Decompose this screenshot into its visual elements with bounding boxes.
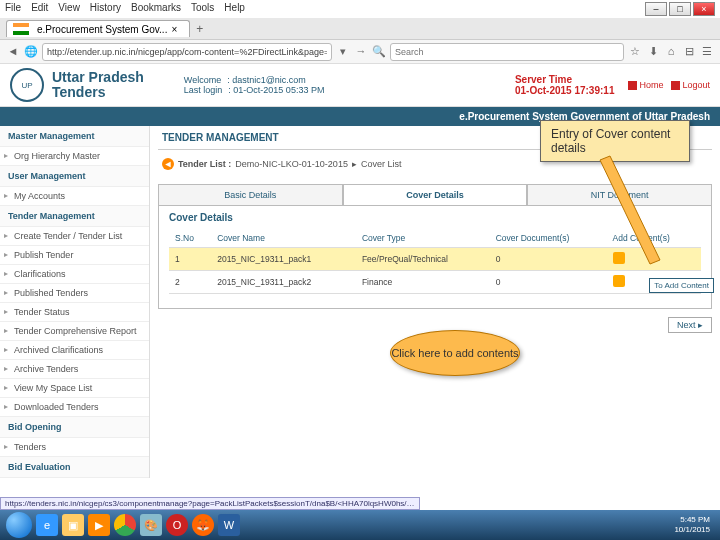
dropdown-icon[interactable]: ▾ [336, 45, 350, 59]
home-icon[interactable]: ⌂ [664, 45, 678, 59]
logout-link[interactable]: Logout [671, 80, 710, 90]
add-content-tooltip: To Add Content [649, 278, 714, 293]
site-header: UP Uttar Pradesh Tenders Welcome: dastni… [0, 64, 720, 107]
browser-tab[interactable]: e.Procurement System Gov... × [6, 20, 190, 37]
save-icon[interactable]: ⊟ [682, 45, 696, 59]
explorer-icon[interactable]: ▣ [62, 514, 84, 536]
sidebar-item-archive-tenders[interactable]: Archive Tenders [0, 360, 149, 379]
add-content-icon[interactable] [613, 252, 625, 264]
sidebar-item-org-hierarchy[interactable]: Org Hierarchy Master [0, 147, 149, 166]
url-input[interactable] [42, 43, 332, 61]
status-bar-url: https://tenders.nic.in/nicgep/cs3/compon… [0, 497, 420, 510]
tab-close-icon[interactable]: × [171, 24, 177, 35]
sidebar-item-published-tenders[interactable]: Published Tenders [0, 284, 149, 303]
paint-icon[interactable]: 🎨 [140, 514, 162, 536]
sidebar-item-my-space[interactable]: View My Space List [0, 379, 149, 398]
sidebar-item-create-tender[interactable]: Create Tender / Tender List [0, 227, 149, 246]
th-sno: S.No [169, 229, 211, 248]
th-cover-type: Cover Type [356, 229, 490, 248]
maximize-button[interactable]: □ [669, 2, 691, 16]
tab-basic-details[interactable]: Basic Details [158, 184, 343, 205]
search-input[interactable] [390, 43, 624, 61]
next-button[interactable]: Next ▸ [668, 317, 712, 333]
back-circle-icon[interactable]: ◄ [162, 158, 174, 170]
menu-icon[interactable]: ☰ [700, 45, 714, 59]
panel-title: Cover Details [169, 212, 701, 223]
annotation-entry-cover: Entry of Cover content details [540, 120, 690, 162]
search-icon: 🔍 [372, 45, 386, 59]
browser-menubar: File Edit View History Bookmarks Tools H… [5, 2, 245, 13]
menu-file[interactable]: File [5, 2, 21, 13]
annotation-click-here: Click here to add contents [390, 330, 520, 376]
browser-tabbar: e.Procurement System Gov... × + [0, 18, 720, 40]
table-row: 2 2015_NIC_19311_pack2 Finance 0 [169, 271, 701, 294]
opera-icon[interactable]: O [166, 514, 188, 536]
inner-tabs: Basic Details Cover Details NIT Document [158, 184, 712, 206]
sidebar-item-comprehensive-report[interactable]: Tender Comprehensive Report [0, 322, 149, 341]
sidebar-group-bid-opening: Bid Opening [0, 417, 149, 438]
table-row: 1 2015_NIC_19311_pack1 Fee/PreQual/Techn… [169, 248, 701, 271]
word-icon[interactable]: W [218, 514, 240, 536]
india-flag-icon [13, 23, 29, 35]
go-icon[interactable]: → [354, 45, 368, 59]
server-time: Server Time 01-Oct-2015 17:39:11 [515, 74, 615, 96]
sidebar-group-master: Master Management [0, 126, 149, 147]
browser-toolbar: ◄ 🌐 ▾ → 🔍 ☆ ⬇ ⌂ ⊟ ☰ [0, 40, 720, 64]
sidebar-item-downloaded[interactable]: Downloaded Tenders [0, 398, 149, 417]
minimize-button[interactable]: – [645, 2, 667, 16]
sidebar-item-archived-clarifications[interactable]: Archived Clarifications [0, 341, 149, 360]
close-button[interactable]: × [693, 2, 715, 16]
ie-icon[interactable]: e [36, 514, 58, 536]
cover-table: S.No Cover Name Cover Type Cover Documen… [169, 229, 701, 294]
menu-bookmarks[interactable]: Bookmarks [131, 2, 181, 13]
chrome-icon[interactable] [114, 514, 136, 536]
sidebar-item-clarifications[interactable]: Clarifications [0, 265, 149, 284]
menu-edit[interactable]: Edit [31, 2, 48, 13]
sidebar: Master Management Org Hierarchy Master U… [0, 126, 150, 478]
th-add-contents: Add Content(s) [607, 229, 701, 248]
th-cover-docs: Cover Document(s) [490, 229, 607, 248]
sidebar-item-my-accounts[interactable]: My Accounts [0, 187, 149, 206]
tab-cover-details[interactable]: Cover Details [343, 184, 528, 205]
site-title: Uttar Pradesh Tenders [52, 70, 144, 101]
taskbar: e ▣ ▶ 🎨 O 🦊 W 5:45 PM 10/1/2015 [0, 510, 720, 540]
sidebar-item-publish-tender[interactable]: Publish Tender [0, 246, 149, 265]
menu-history[interactable]: History [90, 2, 121, 13]
firefox-icon[interactable]: 🦊 [192, 514, 214, 536]
home-link[interactable]: Home [628, 80, 663, 90]
tab-title: e.Procurement System Gov... [37, 24, 167, 35]
globe-icon: 🌐 [24, 45, 38, 59]
cover-details-panel: Cover Details S.No Cover Name Cover Type… [158, 206, 712, 309]
download-icon[interactable]: ⬇ [646, 45, 660, 59]
sidebar-group-user: User Management [0, 166, 149, 187]
star-icon[interactable]: ☆ [628, 45, 642, 59]
sidebar-group-tender: Tender Management [0, 206, 149, 227]
menu-tools[interactable]: Tools [191, 2, 214, 13]
sidebar-group-bid-eval: Bid Evaluation [0, 457, 149, 478]
sidebar-item-tenders[interactable]: Tenders [0, 438, 149, 457]
back-icon[interactable]: ◄ [6, 45, 20, 59]
welcome-block: Welcome: dastnic1@nic.com Last login: 01… [184, 75, 325, 95]
menu-help[interactable]: Help [224, 2, 245, 13]
new-tab-button[interactable]: + [196, 22, 203, 36]
add-content-icon[interactable] [613, 275, 625, 287]
tab-nit-document[interactable]: NIT Document [527, 184, 712, 205]
th-cover-name: Cover Name [211, 229, 356, 248]
menu-view[interactable]: View [58, 2, 80, 13]
emblem-icon: UP [10, 68, 44, 102]
system-tray[interactable]: 5:45 PM 10/1/2015 [674, 515, 714, 534]
media-icon[interactable]: ▶ [88, 514, 110, 536]
start-button[interactable] [6, 512, 32, 538]
sidebar-item-tender-status[interactable]: Tender Status [0, 303, 149, 322]
main-panel: TENDER MANAGEMENT ◄ Tender List : Demo-N… [150, 126, 720, 478]
